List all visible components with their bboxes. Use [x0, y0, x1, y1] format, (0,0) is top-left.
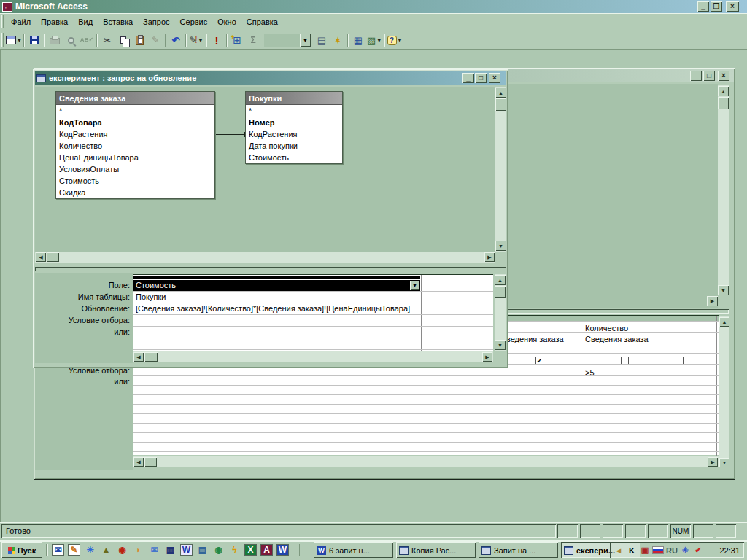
menu-item-1[interactable]: Файл [6, 15, 36, 30]
pane-hscroll-thumb[interactable] [47, 252, 59, 262]
quick-launch-access-key-icon[interactable]: A [260, 544, 273, 556]
grid-hscroll-thumb[interactable] [144, 352, 158, 362]
pane-hscrollbar[interactable] [35, 252, 495, 262]
pane-vscrollbar[interactable] [495, 87, 506, 252]
field-list-item[interactable]: * [56, 105, 214, 117]
properties-button[interactable]: ▤ [314, 33, 330, 48]
help-button[interactable]: ?▼ [387, 33, 403, 48]
menu-item-7[interactable]: Окно [212, 15, 241, 30]
field-list-item[interactable]: КодРастения [246, 128, 342, 140]
taskbar-button-3[interactable]: Запит на ... [479, 542, 558, 558]
update-query-window[interactable]: експеримент : запрос на обновление _ □ ×… [33, 69, 508, 368]
cut-button[interactable]: ✂ [99, 33, 115, 48]
field-list-item[interactable]: КодРастения [56, 128, 214, 140]
app-minimize-button[interactable]: _ [697, 1, 709, 12]
bg-close-button[interactable]: × [718, 71, 729, 81]
bg-pane-vscroll-thumb[interactable] [718, 97, 729, 109]
quick-launch-lightning-icon[interactable]: ϟ [228, 544, 241, 556]
quick-launch-mail-sync-icon[interactable]: ✉ [148, 544, 160, 556]
field-list-item[interactable]: Дата покупки [246, 140, 342, 152]
bg-maximize-button[interactable]: □ [703, 71, 715, 81]
show-table-button[interactable]: ⊞+ [229, 33, 245, 48]
menu-item-8[interactable]: Справка [241, 15, 283, 30]
query-design-grid[interactable]: Стоимость ▼ Покупки [Сведения заказа]![К… [133, 274, 493, 351]
field-list-item[interactable]: Номер [246, 117, 342, 128]
quick-launch-viewer-eye-icon[interactable]: ◉ [212, 544, 225, 556]
query-window-titlebar[interactable]: експеримент : запрос на обновление _ □ × [35, 71, 506, 85]
bg-pane-scroll-up-button[interactable]: ▲ [718, 86, 729, 96]
query-maximize-button[interactable]: □ [475, 73, 487, 83]
bg-pane-vscrollbar[interactable] [718, 85, 729, 295]
bg-minimize-button[interactable]: _ [690, 71, 702, 81]
database-window-button[interactable]: ▦ [350, 33, 366, 48]
network-error-icon[interactable]: ▣ [639, 545, 651, 556]
field-list-item[interactable]: КодТовара [56, 117, 214, 128]
quick-launch-word-icon[interactable]: W [276, 544, 289, 556]
grid-scroll-left-button[interactable]: ◀ [133, 352, 144, 362]
pane-scroll-up-button[interactable]: ▲ [495, 88, 506, 98]
field-list-item[interactable]: ЦенаЕдиницыТовара [56, 152, 214, 163]
field-list-item[interactable]: Стоимость [246, 152, 342, 163]
bg-grid-vscrollbar[interactable] [719, 316, 729, 467]
bg-pane-scroll-right-button[interactable]: ▶ [707, 296, 718, 306]
pane-scroll-down-button[interactable]: ▼ [495, 241, 506, 251]
top-values-combo-dropdown-button[interactable]: ▼ [300, 34, 311, 47]
field-list-2[interactable]: Покупки*НомерКодРастенияДата покупкиСтои… [245, 91, 343, 164]
quick-launch-excel-icon[interactable]: X [244, 544, 257, 556]
antivirus-k-icon[interactable]: K [626, 545, 638, 556]
quick-launch-display-icon[interactable]: ▦ [164, 544, 177, 556]
bg-grid-scroll-up-button[interactable]: ▲ [719, 317, 729, 327]
scheduler-flower-icon[interactable]: ✳ [679, 545, 691, 556]
bg-grid-scroll-right-button[interactable]: ▶ [708, 457, 718, 467]
field-list-item[interactable]: * [246, 105, 342, 117]
quick-launch-mail-icon[interactable]: ✉ [52, 544, 64, 556]
pane-vscroll-thumb[interactable] [495, 98, 506, 111]
query-minimize-button[interactable]: _ [462, 73, 474, 83]
volume-icon[interactable]: ◄ [613, 545, 624, 556]
field-list-item[interactable]: Стоимость [56, 175, 214, 187]
join-line[interactable] [215, 134, 245, 135]
menu-item-3[interactable]: Вид [73, 15, 98, 30]
paste-button[interactable] [131, 33, 147, 48]
undo-button[interactable]: ↶ [168, 33, 184, 48]
menu-item-5[interactable]: Запрос [138, 15, 174, 30]
pane-scroll-right-button[interactable]: ▶ [484, 252, 495, 262]
field-list-item[interactable]: Количество [56, 140, 214, 152]
taskbar-button-1[interactable]: W6 запит н... [314, 542, 393, 558]
keyboard-layout-indicator[interactable]: RU [666, 545, 678, 556]
grid-scroll-right-button[interactable]: ▶ [482, 352, 492, 362]
bg-grid-scroll-left-button[interactable]: ◀ [133, 457, 144, 467]
quick-launch-fish-icon[interactable]: ◗ [132, 544, 144, 556]
toolbar-grip[interactable] [1, 33, 4, 47]
grid-scroll-up-button[interactable]: ▲ [495, 275, 506, 285]
menu-item-2[interactable]: Правка [36, 15, 73, 30]
grid-scroll-down-button[interactable]: ▼ [495, 340, 506, 350]
view-design-button[interactable]: ▼ [6, 33, 22, 48]
bg-grid-hscroll-thumb[interactable] [144, 457, 157, 467]
top-values-combo[interactable]: ▼ [264, 34, 311, 47]
start-button[interactable]: Пуск [1, 542, 42, 558]
grid-hscrollbar[interactable] [133, 351, 493, 362]
app-restore-button[interactable]: ❒ [711, 1, 722, 12]
menu-item-4[interactable]: Вставка [98, 15, 138, 30]
app-close-button[interactable]: × [726, 1, 739, 12]
field-list-item[interactable]: Скидка [56, 187, 214, 198]
bg-grid-hscrollbar[interactable] [133, 456, 719, 467]
grid-vscroll-thumb[interactable] [495, 286, 506, 298]
taskbar-button-2[interactable]: Копия Рас... [396, 542, 476, 558]
flag-ru-icon[interactable] [652, 546, 664, 554]
quick-launch-draw-icon[interactable]: ✎ [68, 544, 80, 556]
task-check-icon[interactable]: ✔ [692, 545, 704, 556]
pane-scroll-left-button[interactable]: ◀ [36, 252, 46, 262]
bg-grid-scroll-down-button[interactable]: ▼ [719, 458, 729, 467]
quick-launch-snowflake-icon[interactable]: ✳ [84, 544, 96, 556]
save-button[interactable] [26, 33, 42, 48]
run-button[interactable]: ! [209, 33, 225, 48]
bg-pane-scroll-down-button[interactable]: ▼ [718, 285, 729, 295]
quick-launch-send-doc-icon[interactable]: ▤ [196, 544, 209, 556]
copy-button[interactable] [115, 33, 131, 48]
quick-launch-red-ring-icon[interactable]: ◉ [116, 544, 128, 556]
menu-grip[interactable] [1, 15, 4, 28]
quick-launch-wordpad-icon[interactable]: W [180, 544, 193, 556]
field-list-item[interactable]: УсловияОплаты [56, 163, 214, 175]
